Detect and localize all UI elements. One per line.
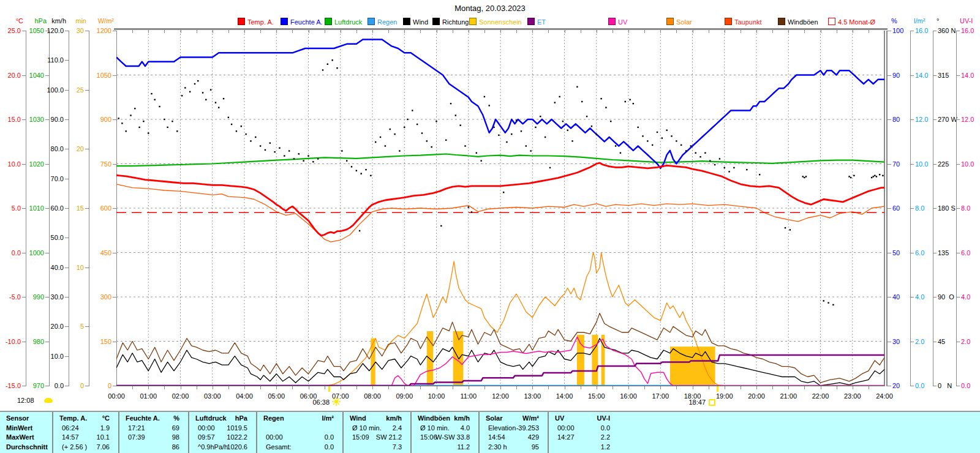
x-axis-label: 01:00: [136, 392, 160, 400]
hour-tick: [772, 386, 773, 389]
hour-tick: [676, 386, 677, 389]
hour-tick: [772, 30, 773, 33]
x-axis-labels: 00:0001:0002:0003:0004:0005:0006:0007:00…: [0, 0, 980, 404]
x-axis-label: 11:00: [456, 392, 481, 400]
hour-tick: [197, 386, 197, 389]
col-title: Temp. A.: [59, 414, 87, 423]
x-axis-label: 15:00: [584, 392, 609, 400]
table-cell-row: 7.3: [344, 443, 410, 452]
hour-tick: [453, 30, 453, 33]
hour-tick: [500, 30, 501, 33]
row-label: MinWert: [6, 424, 32, 433]
sunrise-tick: [328, 386, 330, 392]
col-title: Wind: [350, 414, 366, 423]
hour-tick: [325, 386, 325, 389]
hour-tick: [565, 30, 565, 33]
hour-tick: [725, 386, 725, 389]
hour-tick: [453, 386, 453, 389]
hour-tick: [741, 386, 741, 389]
hour-tick: [788, 386, 789, 389]
table-cell-row: 06:241.9: [53, 424, 118, 433]
col-unit: UV-I: [597, 414, 610, 423]
hour-tick: [725, 30, 725, 33]
x-axis-label: 21:00: [776, 392, 801, 400]
hour-tick: [709, 30, 709, 33]
cell-time: 14:54: [488, 433, 505, 442]
col-title: Windböen: [418, 414, 450, 423]
cell-value: -39.253: [516, 424, 539, 433]
table-col-header: Feuchte A.%: [119, 414, 188, 423]
sunset-time: 18:47: [674, 399, 706, 406]
table-cell-row: 11.2: [412, 443, 478, 452]
table-cell-row: 15:09SW 21.2: [344, 433, 410, 442]
cell-time: Ø 10 min.: [352, 424, 382, 433]
cell-value: 86: [172, 443, 179, 452]
col-unit: km/h: [386, 414, 402, 423]
table-cell-row: 17:2169: [119, 424, 188, 433]
cell-value: 1.9: [100, 424, 110, 433]
hour-tick: [581, 30, 581, 33]
hour-tick: [356, 386, 357, 389]
hour-tick: [148, 386, 149, 389]
x-axis-label: 09:00: [392, 392, 417, 400]
hour-tick: [612, 386, 613, 389]
cell-time: 14:27: [557, 433, 575, 442]
x-axis-label: 23:00: [840, 392, 865, 400]
hour-tick: [484, 386, 485, 389]
cell-value: 0.0: [601, 424, 610, 433]
sunset-square-icon: [709, 399, 715, 406]
cell-value: 69: [172, 424, 179, 433]
x-axis-label: 24:00: [872, 392, 897, 400]
hour-tick: [132, 30, 133, 33]
hour-tick: [404, 30, 405, 33]
table-cell-row: 00:000.0: [549, 424, 631, 433]
cell-value: W-SW 33.8: [435, 433, 470, 442]
col-unit: W/m²: [522, 414, 539, 423]
hour-tick: [341, 386, 341, 389]
table-row-label: MaxWert: [0, 433, 52, 442]
cell-time: 00:00: [266, 433, 283, 442]
hour-tick: [181, 386, 181, 389]
x-axis-label: 22:00: [809, 392, 833, 400]
hour-tick: [756, 30, 757, 33]
cell-time: (+ 2.56 ): [62, 443, 87, 452]
hour-tick: [292, 386, 293, 389]
col-unit: %: [173, 414, 179, 423]
hour-tick: [341, 30, 341, 33]
sunrise-time: 06:38: [299, 399, 330, 406]
hour-tick: [469, 30, 469, 33]
hour-tick: [821, 386, 821, 389]
x-axis-label: 05:00: [264, 392, 288, 400]
cell-time: 06:24: [62, 424, 79, 433]
x-axis-label: 12:00: [488, 392, 513, 400]
cell-time: 2:30 h: [488, 443, 507, 452]
cell-value: 0.0: [325, 433, 334, 442]
stats-table: SensorMinWertMaxWertDurchschnittTemp. A.…: [0, 411, 980, 453]
hour-tick: [260, 386, 261, 389]
table-cell-row: (+ 2.56 )7.06: [53, 443, 118, 452]
hour-tick: [213, 386, 213, 389]
hour-tick: [516, 386, 517, 389]
hour-tick: [804, 386, 805, 389]
hour-tick: [437, 30, 437, 33]
hour-tick: [276, 30, 277, 33]
table-cell-row: 14:54429: [480, 433, 548, 442]
x-axis-label: 14:00: [552, 392, 577, 400]
hour-tick: [309, 30, 309, 33]
cell-value: 2.4: [393, 424, 402, 433]
hour-tick: [853, 386, 853, 389]
hour-tick: [197, 30, 197, 33]
cell-value: 11.2: [457, 443, 470, 452]
col-unit: l/m²: [322, 414, 334, 423]
table-col-header: Windböenkm/h: [412, 414, 478, 423]
cell-time: 00:00: [557, 424, 575, 433]
noon-time: 12:08: [17, 397, 34, 404]
hour-tick: [244, 386, 245, 389]
hour-tick: [164, 30, 165, 33]
table-col-wind: Windkm/hØ 10 min.2.415:09SW 21.27.3: [342, 412, 410, 453]
table-col-header: Temp. A.°C: [53, 414, 118, 423]
x-axis-label: 00:00: [104, 392, 129, 400]
hour-tick: [309, 386, 309, 389]
col-unit: hPa: [235, 414, 247, 423]
sunrise-sun-icon: [332, 397, 341, 406]
